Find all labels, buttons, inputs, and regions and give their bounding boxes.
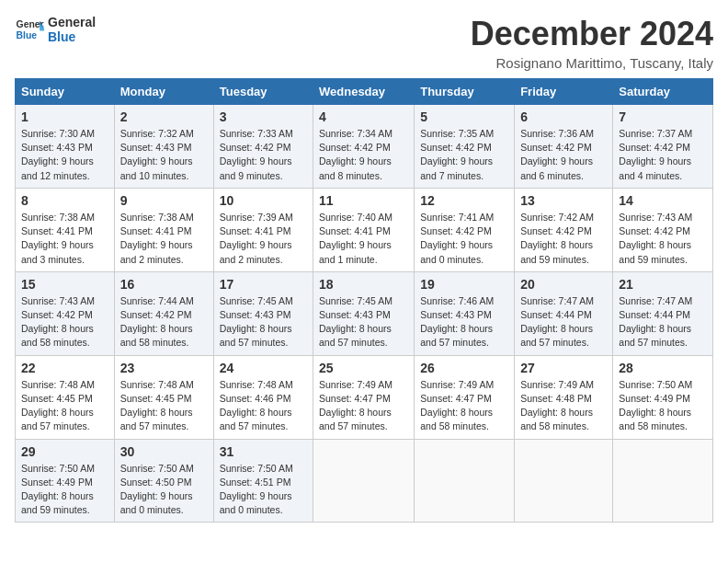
calendar-cell: 22Sunrise: 7:48 AMSunset: 4:45 PMDayligh… xyxy=(16,355,115,439)
day-info: Sunrise: 7:40 AMSunset: 4:41 PMDaylight:… xyxy=(319,211,408,267)
day-number: 28 xyxy=(619,361,707,375)
calendar-week-row: 1Sunrise: 7:30 AMSunset: 4:43 PMDaylight… xyxy=(16,105,713,189)
calendar-cell: 4Sunrise: 7:34 AMSunset: 4:42 PMDaylight… xyxy=(313,105,415,189)
day-number: 17 xyxy=(220,277,307,292)
day-info: Sunrise: 7:43 AMSunset: 4:42 PMDaylight:… xyxy=(21,294,108,350)
day-info: Sunrise: 7:38 AMSunset: 4:41 PMDaylight:… xyxy=(120,211,208,267)
day-number: 31 xyxy=(220,444,307,459)
calendar-cell: 25Sunrise: 7:49 AMSunset: 4:47 PMDayligh… xyxy=(313,355,415,439)
day-info: Sunrise: 7:50 AMSunset: 4:51 PMDaylight:… xyxy=(220,462,307,518)
day-info: Sunrise: 7:41 AMSunset: 4:42 PMDaylight:… xyxy=(420,211,508,267)
calendar-cell: 17Sunrise: 7:45 AMSunset: 4:43 PMDayligh… xyxy=(213,271,313,355)
day-number: 1 xyxy=(21,109,108,124)
weekday-header-tuesday: Tuesday xyxy=(213,79,313,105)
weekday-header-monday: Monday xyxy=(114,79,213,105)
day-info: Sunrise: 7:45 AMSunset: 4:43 PMDaylight:… xyxy=(220,294,307,350)
calendar-cell xyxy=(515,439,613,523)
day-number: 14 xyxy=(619,193,707,208)
calendar-week-row: 29Sunrise: 7:50 AMSunset: 4:49 PMDayligh… xyxy=(16,439,713,523)
day-number: 11 xyxy=(319,193,408,208)
day-info: Sunrise: 7:32 AMSunset: 4:43 PMDaylight:… xyxy=(120,127,208,183)
day-info: Sunrise: 7:39 AMSunset: 4:41 PMDaylight:… xyxy=(220,211,307,267)
calendar-cell: 5Sunrise: 7:35 AMSunset: 4:42 PMDaylight… xyxy=(415,105,515,189)
day-number: 10 xyxy=(220,193,307,208)
day-info: Sunrise: 7:30 AMSunset: 4:43 PMDaylight:… xyxy=(21,127,108,183)
calendar-cell: 12Sunrise: 7:41 AMSunset: 4:42 PMDayligh… xyxy=(415,188,515,271)
svg-text:Blue: Blue xyxy=(17,30,38,40)
day-number: 12 xyxy=(420,193,508,208)
weekday-header-sunday: Sunday xyxy=(16,79,115,105)
day-number: 7 xyxy=(619,109,707,124)
calendar-cell: 8Sunrise: 7:38 AMSunset: 4:41 PMDaylight… xyxy=(16,188,115,271)
day-info: Sunrise: 7:50 AMSunset: 4:49 PMDaylight:… xyxy=(21,462,108,518)
calendar-cell: 31Sunrise: 7:50 AMSunset: 4:51 PMDayligh… xyxy=(213,439,313,523)
weekday-header-saturday: Saturday xyxy=(613,79,713,105)
day-info: Sunrise: 7:42 AMSunset: 4:42 PMDaylight:… xyxy=(520,211,607,267)
calendar-cell: 30Sunrise: 7:50 AMSunset: 4:50 PMDayligh… xyxy=(114,439,213,523)
day-info: Sunrise: 7:35 AMSunset: 4:42 PMDaylight:… xyxy=(420,127,508,183)
day-number: 18 xyxy=(319,277,408,292)
calendar-cell: 20Sunrise: 7:47 AMSunset: 4:44 PMDayligh… xyxy=(515,271,613,355)
calendar-cell: 13Sunrise: 7:42 AMSunset: 4:42 PMDayligh… xyxy=(515,188,613,271)
calendar-cell: 16Sunrise: 7:44 AMSunset: 4:42 PMDayligh… xyxy=(114,271,213,355)
day-number: 4 xyxy=(319,109,408,124)
day-info: Sunrise: 7:48 AMSunset: 4:45 PMDaylight:… xyxy=(21,378,108,434)
day-info: Sunrise: 7:48 AMSunset: 4:45 PMDaylight:… xyxy=(120,378,208,434)
calendar-week-row: 15Sunrise: 7:43 AMSunset: 4:42 PMDayligh… xyxy=(16,271,713,355)
day-number: 20 xyxy=(520,277,607,292)
calendar-cell: 28Sunrise: 7:50 AMSunset: 4:49 PMDayligh… xyxy=(613,355,713,439)
day-number: 3 xyxy=(220,109,307,124)
day-number: 24 xyxy=(220,361,307,375)
calendar-cell: 18Sunrise: 7:45 AMSunset: 4:43 PMDayligh… xyxy=(313,271,415,355)
calendar-cell: 10Sunrise: 7:39 AMSunset: 4:41 PMDayligh… xyxy=(213,188,313,271)
title-block: December 2024 Rosignano Marittimo, Tusca… xyxy=(471,15,713,71)
logo: General Blue General Blue xyxy=(15,15,96,44)
day-number: 26 xyxy=(420,361,508,375)
calendar-cell xyxy=(613,439,713,523)
day-number: 9 xyxy=(120,193,208,208)
calendar-cell: 6Sunrise: 7:36 AMSunset: 4:42 PMDaylight… xyxy=(515,105,613,189)
calendar-cell: 29Sunrise: 7:50 AMSunset: 4:49 PMDayligh… xyxy=(16,439,115,523)
calendar-cell: 15Sunrise: 7:43 AMSunset: 4:42 PMDayligh… xyxy=(16,271,115,355)
calendar-week-row: 22Sunrise: 7:48 AMSunset: 4:45 PMDayligh… xyxy=(16,355,713,439)
calendar-cell: 11Sunrise: 7:40 AMSunset: 4:41 PMDayligh… xyxy=(313,188,415,271)
day-info: Sunrise: 7:38 AMSunset: 4:41 PMDaylight:… xyxy=(21,211,108,267)
day-info: Sunrise: 7:45 AMSunset: 4:43 PMDaylight:… xyxy=(319,294,408,350)
day-number: 15 xyxy=(21,277,108,292)
day-number: 19 xyxy=(420,277,508,292)
calendar-cell: 3Sunrise: 7:33 AMSunset: 4:42 PMDaylight… xyxy=(213,105,313,189)
calendar-cell: 19Sunrise: 7:46 AMSunset: 4:43 PMDayligh… xyxy=(415,271,515,355)
calendar-cell: 26Sunrise: 7:49 AMSunset: 4:47 PMDayligh… xyxy=(415,355,515,439)
day-number: 30 xyxy=(120,444,208,459)
calendar-cell xyxy=(313,439,415,523)
day-info: Sunrise: 7:50 AMSunset: 4:50 PMDaylight:… xyxy=(120,462,208,518)
page-header: General Blue General Blue December 2024 … xyxy=(15,15,713,71)
day-number: 2 xyxy=(120,109,208,124)
day-info: Sunrise: 7:49 AMSunset: 4:47 PMDaylight:… xyxy=(319,378,408,434)
day-number: 22 xyxy=(21,361,108,375)
calendar-cell xyxy=(415,439,515,523)
weekday-header-thursday: Thursday xyxy=(415,79,515,105)
calendar-cell: 2Sunrise: 7:32 AMSunset: 4:43 PMDaylight… xyxy=(114,105,213,189)
weekday-header-row: SundayMondayTuesdayWednesdayThursdayFrid… xyxy=(16,79,713,105)
calendar-cell: 23Sunrise: 7:48 AMSunset: 4:45 PMDayligh… xyxy=(114,355,213,439)
day-number: 8 xyxy=(21,193,108,208)
calendar-table: SundayMondayTuesdayWednesdayThursdayFrid… xyxy=(15,78,713,523)
day-number: 27 xyxy=(520,361,607,375)
day-info: Sunrise: 7:47 AMSunset: 4:44 PMDaylight:… xyxy=(619,294,707,350)
day-info: Sunrise: 7:43 AMSunset: 4:42 PMDaylight:… xyxy=(619,211,707,267)
day-info: Sunrise: 7:37 AMSunset: 4:42 PMDaylight:… xyxy=(619,127,707,183)
calendar-cell: 1Sunrise: 7:30 AMSunset: 4:43 PMDaylight… xyxy=(16,105,115,189)
day-info: Sunrise: 7:50 AMSunset: 4:49 PMDaylight:… xyxy=(619,378,707,434)
logo-line2: Blue xyxy=(48,29,96,44)
logo-line1: General xyxy=(48,15,96,29)
day-number: 5 xyxy=(420,109,508,124)
day-info: Sunrise: 7:44 AMSunset: 4:42 PMDaylight:… xyxy=(120,294,208,350)
day-info: Sunrise: 7:36 AMSunset: 4:42 PMDaylight:… xyxy=(520,127,607,183)
day-number: 16 xyxy=(120,277,208,292)
calendar-cell: 9Sunrise: 7:38 AMSunset: 4:41 PMDaylight… xyxy=(114,188,213,271)
day-number: 25 xyxy=(319,361,408,375)
weekday-header-friday: Friday xyxy=(515,79,613,105)
day-info: Sunrise: 7:49 AMSunset: 4:48 PMDaylight:… xyxy=(520,378,607,434)
day-number: 6 xyxy=(520,109,607,124)
